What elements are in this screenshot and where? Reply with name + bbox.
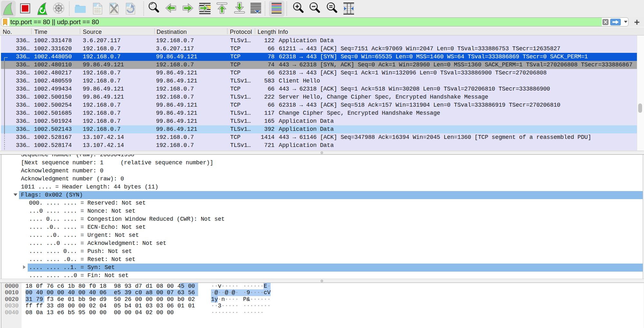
svg-text:01012: 01012 <box>94 11 101 14</box>
